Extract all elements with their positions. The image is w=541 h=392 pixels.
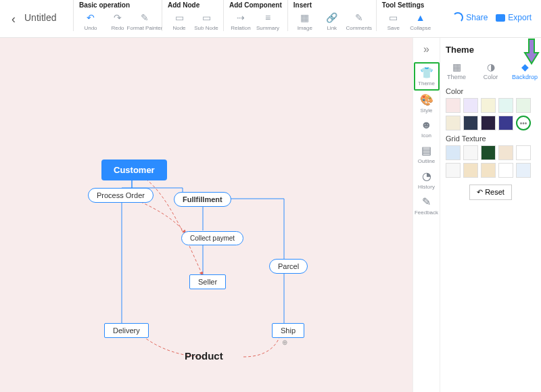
swatch[interactable] xyxy=(463,145,478,160)
label-product: Product xyxy=(185,350,223,362)
swatch[interactable] xyxy=(516,98,531,113)
node-collect-payment[interactable]: Collect paymet xyxy=(181,231,243,245)
style-icon: 🎨 xyxy=(420,93,433,106)
node-ship[interactable]: Ship xyxy=(272,323,304,338)
export-button[interactable]: Export xyxy=(496,13,532,22)
sub-node-icon: ▭ xyxy=(200,11,212,24)
swatch[interactable] xyxy=(446,163,461,178)
theme-icon: ▦ xyxy=(452,62,461,72)
swatch[interactable] xyxy=(446,145,461,160)
icon-icon: ☻ xyxy=(421,119,432,131)
swatch[interactable] xyxy=(463,98,478,113)
sidebar-theme[interactable]: 👕Theme xyxy=(414,62,440,91)
outline-icon: ▤ xyxy=(421,144,431,157)
share-button[interactable]: Share xyxy=(452,12,488,23)
diagram-canvas[interactable]: Customer Process Order Fullfillment Coll… xyxy=(0,38,413,392)
swatch[interactable] xyxy=(481,98,496,113)
node-process-order[interactable]: Process Order xyxy=(88,188,154,203)
toolbar-link[interactable]: 🔗Link xyxy=(321,11,344,31)
sidebar-style[interactable]: 🎨Style xyxy=(414,91,440,116)
image-icon: ▦ xyxy=(299,11,311,24)
swatch[interactable] xyxy=(463,163,478,178)
link-icon: 🔗 xyxy=(326,11,338,24)
swatch[interactable] xyxy=(516,145,531,160)
comments-icon: ✎ xyxy=(353,11,365,24)
swatch[interactable] xyxy=(481,163,496,178)
group-title: Basic operation xyxy=(79,1,156,9)
node-fullfillment[interactable]: Fullfillment xyxy=(174,192,231,207)
swatch[interactable] xyxy=(481,116,496,130)
group-title: Add Node xyxy=(168,1,218,9)
format-painter-icon: ✎ xyxy=(139,11,151,24)
theme-icon: 👕 xyxy=(420,66,433,79)
swatch[interactable] xyxy=(481,145,496,160)
swatch[interactable] xyxy=(446,116,461,130)
section-color: Color xyxy=(446,87,536,95)
toolbar-image[interactable]: ▦Image xyxy=(293,11,316,31)
toolbar-collapse[interactable]: ▲Collapse xyxy=(409,11,432,31)
color-icon: ◑ xyxy=(487,62,495,72)
group-title: Tool Settings xyxy=(382,1,432,9)
toolbar-relation[interactable]: ⇢Relation xyxy=(229,11,252,31)
toolbar-format-painter[interactable]: ✎Format Painter xyxy=(133,11,156,31)
summary-icon: ≡ xyxy=(262,11,274,24)
node-customer[interactable]: Customer xyxy=(101,160,167,180)
feedback-icon: ✎ xyxy=(422,195,431,208)
collapse-panel-icon[interactable]: » xyxy=(423,43,429,55)
group-title: Insert xyxy=(293,1,371,9)
tutorial-arrow-icon xyxy=(522,38,541,65)
group-title: Add Component xyxy=(229,1,282,9)
swatch[interactable] xyxy=(498,145,513,160)
panel-tab-color[interactable]: ◑Color xyxy=(480,62,502,80)
swatch[interactable] xyxy=(516,163,531,178)
reset-button[interactable]: ↶ Reset xyxy=(469,185,512,200)
sidebar-icon[interactable]: ☻Icon xyxy=(414,116,440,141)
toolbar-undo[interactable]: ↶Undo xyxy=(79,11,102,31)
toolbar-comments[interactable]: ✎Comments xyxy=(348,11,371,31)
swatch[interactable] xyxy=(498,98,513,113)
node-parcel[interactable]: Parcel xyxy=(269,259,308,274)
toolbar-save[interactable]: ▭Save xyxy=(382,11,405,31)
back-button[interactable]: ‹ xyxy=(5,12,22,26)
node-delivery[interactable]: Delivery xyxy=(104,323,149,338)
toolbar-sub-node[interactable]: ▭Sub Node xyxy=(195,11,218,31)
panel-tab-theme[interactable]: ▦Theme xyxy=(446,62,467,80)
collapse-icon: ▲ xyxy=(415,11,427,24)
node-seller[interactable]: Seller xyxy=(189,274,226,289)
add-child-icon[interactable]: ⊕ xyxy=(282,339,287,346)
color-more-button[interactable]: ••• xyxy=(516,116,531,130)
sidebar-outline[interactable]: ▤Outline xyxy=(414,141,440,167)
swatch[interactable] xyxy=(498,163,513,178)
history-icon: ◔ xyxy=(422,170,431,182)
relation-icon: ⇢ xyxy=(235,11,247,24)
swatch[interactable] xyxy=(446,98,461,113)
toolbar-redo[interactable]: ↷Redo xyxy=(106,11,129,31)
save-icon: ▭ xyxy=(387,11,400,24)
toolbar-summary[interactable]: ≡Summary xyxy=(256,11,279,31)
toolbar-node[interactable]: ▭Node xyxy=(168,11,191,31)
redo-icon: ↷ xyxy=(112,11,124,24)
node-icon: ▭ xyxy=(173,11,185,24)
sidebar-history[interactable]: ◔History xyxy=(414,167,440,193)
sidebar-feedback[interactable]: ✎Feedback xyxy=(414,193,440,218)
doc-title[interactable]: Untitled xyxy=(24,12,66,23)
swatch[interactable] xyxy=(498,116,513,130)
undo-icon: ↶ xyxy=(85,11,97,24)
section-texture: Grid Texture xyxy=(446,134,536,143)
swatch[interactable] xyxy=(463,116,478,130)
